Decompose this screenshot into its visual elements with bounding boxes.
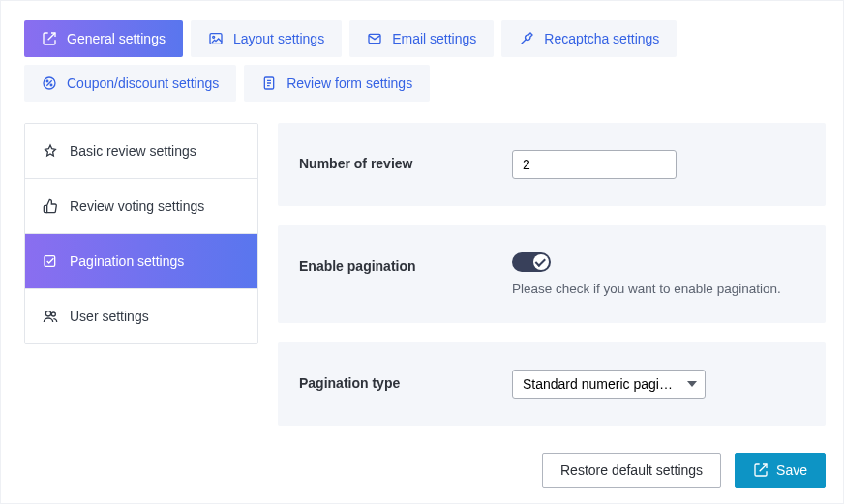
sidebar-item-review-voting[interactable]: Review voting settings: [25, 179, 257, 234]
sidebar-item-pagination[interactable]: Pagination settings: [25, 234, 257, 289]
tab-label: Recaptcha settings: [544, 31, 659, 46]
field-label: Number of review: [299, 150, 493, 171]
number-of-review-input[interactable]: [512, 150, 677, 179]
svg-point-1: [213, 36, 215, 38]
tab-label: Review form settings: [286, 75, 412, 91]
tab-label: General settings: [67, 31, 166, 46]
sidebar-item-user[interactable]: User settings: [25, 289, 257, 343]
field-number-of-review: Number of review: [278, 123, 826, 206]
svg-point-9: [51, 312, 55, 316]
users-icon: [43, 309, 58, 324]
star-icon: [43, 143, 58, 159]
checkbox-check-icon: [43, 253, 58, 269]
settings-footer: Restore default settings Save: [278, 453, 826, 488]
sidebar-item-label: Basic review settings: [70, 143, 196, 159]
pagination-type-select-wrap: [512, 370, 706, 399]
save-jump-icon: [753, 462, 769, 478]
sidebar-item-label: Pagination settings: [70, 253, 184, 269]
field-help-text: Please check if you want to enable pagin…: [512, 282, 804, 296]
wrench-icon: [519, 31, 534, 46]
image-icon: [208, 31, 224, 46]
settings-top-tabs: General settings Layout settings Email s…: [24, 20, 826, 102]
button-label: Save: [776, 462, 807, 478]
field-label: Enable pagination: [299, 252, 493, 274]
tab-layout-settings[interactable]: Layout settings: [191, 20, 342, 57]
svg-rect-7: [45, 256, 55, 267]
sidebar-item-label: User settings: [70, 309, 149, 324]
sidebar-item-basic-review[interactable]: Basic review settings: [25, 124, 257, 179]
mail-icon: [367, 31, 382, 46]
tab-general-settings[interactable]: General settings: [24, 20, 183, 57]
sidebar-item-label: Review voting settings: [70, 198, 204, 214]
settings-page: General settings Layout settings Email s…: [0, 0, 844, 504]
settings-body: Basic review settings Review voting sett…: [24, 123, 826, 488]
svg-point-5: [50, 84, 52, 86]
button-label: Restore default settings: [560, 462, 703, 478]
restore-defaults-button[interactable]: Restore default settings: [542, 453, 721, 488]
tab-review-form-settings[interactable]: Review form settings: [244, 65, 430, 102]
tab-label: Email settings: [392, 31, 476, 46]
svg-point-8: [45, 311, 50, 316]
enable-pagination-toggle[interactable]: [512, 252, 551, 272]
field-enable-pagination: Enable pagination Please check if you wa…: [278, 225, 826, 323]
save-button[interactable]: Save: [735, 453, 826, 488]
pagination-type-select[interactable]: [512, 370, 706, 399]
tab-email-settings[interactable]: Email settings: [349, 20, 494, 57]
tab-coupon-discount-settings[interactable]: Coupon/discount settings: [24, 65, 236, 102]
percent-icon: [42, 75, 57, 91]
tab-recaptcha-settings[interactable]: Recaptcha settings: [501, 20, 677, 57]
settings-side-nav: Basic review settings Review voting sett…: [24, 123, 258, 344]
svg-point-4: [46, 80, 48, 82]
settings-content: Number of review Enable pagination Pleas…: [278, 123, 826, 488]
field-pagination-type: Pagination type: [278, 342, 826, 426]
thumbs-up-icon: [43, 198, 58, 214]
form-icon: [261, 75, 277, 91]
toggle-knob-icon: [533, 254, 549, 270]
tab-label: Coupon/discount settings: [67, 75, 219, 91]
jump-into-icon: [42, 31, 57, 46]
tab-label: Layout settings: [233, 31, 324, 46]
field-label: Pagination type: [299, 370, 493, 391]
